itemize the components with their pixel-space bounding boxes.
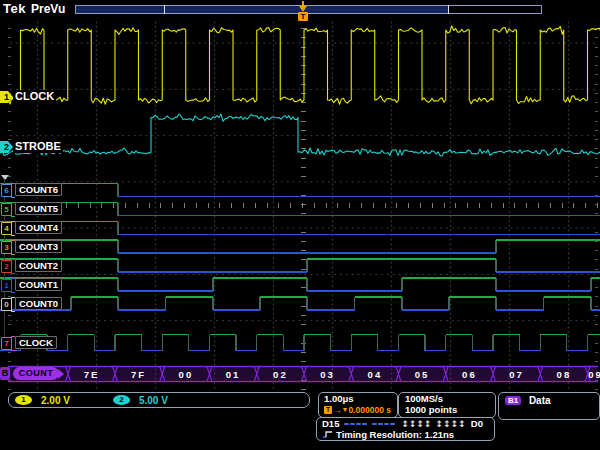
bus-readout-box: B1 Data (498, 392, 600, 420)
digital-channel-label-count2[interactable]: COUNT2 (15, 259, 62, 272)
channel-label-clock[interactable]: CLOCK (13, 90, 56, 103)
d3-d0-activity-icon: ↕↕↕↕ (436, 419, 466, 429)
d0-label: D0 (471, 418, 483, 429)
digital-group-collapse-icon[interactable] (1, 175, 9, 180)
ch1-scale-readout: 2.00 V (41, 395, 70, 406)
oscilloscope-screen: Tek PreVu T 7E7F00010203040506070809 1CL… (0, 0, 600, 450)
ch2-badge[interactable]: 2 (113, 395, 130, 405)
digital-channel-label-count3[interactable]: COUNT3 (15, 240, 62, 253)
digital-channel-label-count1[interactable]: COUNT1 (15, 278, 62, 291)
d11-d8-inactive-icon (372, 418, 396, 429)
d7-d4-activity-icon: ↕↕↕↕ (401, 419, 431, 429)
channel-label-layer: 1CLOCK2STROBE6COUNT65COUNT54COUNT43COUNT… (0, 0, 600, 450)
horizontal-readout-box: 1.00μs T → ▼ 0.000000 s (318, 392, 398, 418)
channel-2-marker[interactable]: 2 (0, 141, 13, 153)
bus-label-tip (58, 369, 64, 379)
ch2-scale-readout: 5.00 V (139, 395, 168, 406)
timing-resolution-readout: Timing Resolution: 1.21ns (336, 429, 454, 440)
timing-resolution-icon (322, 430, 334, 439)
digital-channel-label-count0[interactable]: COUNT0 (15, 297, 62, 310)
vertical-readout-box: 1 2.00 V 2 5.00 V (8, 392, 310, 408)
horizontal-scale-readout: 1.00μs (324, 393, 397, 405)
d15-d12-inactive-icon (344, 418, 368, 429)
channel-1-marker[interactable]: 1 (0, 91, 13, 103)
bus-type-readout: Data (529, 395, 551, 406)
ch1-badge[interactable]: 1 (15, 395, 32, 405)
record-length-readout: 1000 points (405, 405, 495, 415)
digital-channel-label-count4[interactable]: COUNT4 (15, 221, 62, 234)
trigger-position-readout: 0.000000 s (348, 405, 391, 415)
trigger-marker-icon: ▼ (342, 405, 349, 415)
d15-label: D15 (322, 418, 339, 429)
bus-b1-marker[interactable]: B (0, 367, 10, 380)
bus-label-count[interactable]: COUNT (13, 367, 59, 380)
digital-channel-label-clock[interactable]: CLOCK (15, 336, 57, 349)
trigger-icon: T (324, 406, 332, 414)
channel-label-strobe[interactable]: STROBE (13, 140, 63, 153)
digital-status-box: D15 ↕↕↕↕ ↕↕↕↕ D0 Timing Resolution: 1.21… (316, 417, 495, 441)
acquisition-readout-box: 100MS/s 1000 points (398, 392, 496, 418)
bus-b1-badge[interactable]: B1 (505, 396, 521, 405)
trigger-arrow-icon: → (333, 405, 342, 415)
digital-channel-label-count5[interactable]: COUNT5 (15, 202, 62, 215)
digital-channel-label-count6[interactable]: COUNT6 (15, 183, 62, 196)
